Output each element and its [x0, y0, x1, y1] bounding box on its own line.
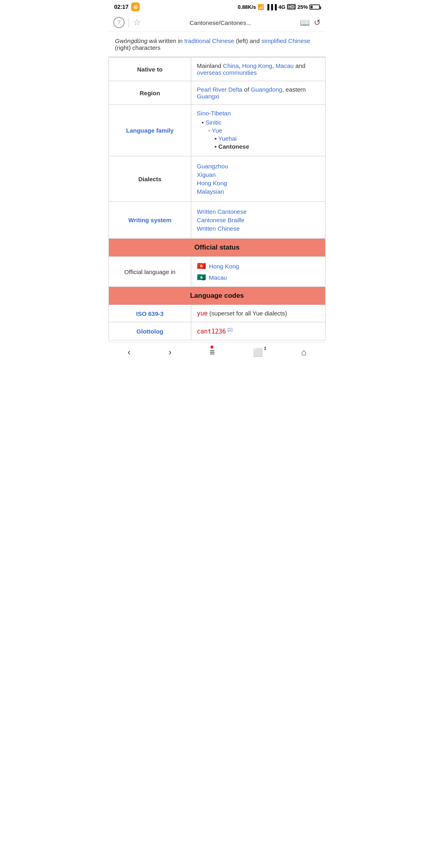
table-row: ISO 639-3 yue (superset for all Yue dial…	[109, 305, 326, 322]
glottolog-label: Glottolog	[109, 322, 191, 340]
list-item: Cantonese	[197, 143, 319, 150]
network-type: 4G	[278, 4, 285, 10]
intro-rest2: (left) and	[236, 37, 261, 44]
time: 02:17	[114, 4, 129, 10]
overseas-communities-link[interactable]: overseas communities	[197, 69, 257, 76]
simplified-chinese-link[interactable]: simplified Chinese	[261, 37, 310, 44]
official-language-in-label: Official language in	[109, 257, 191, 287]
shield-icon[interactable]: ?	[113, 17, 125, 28]
battery-percent: 25%	[297, 4, 308, 10]
sinitic-link[interactable]: Sinitic	[205, 119, 221, 126]
iso-description: (superset for all Yue dialects)	[209, 310, 287, 317]
table-row: Dialects Guangzhou Xiguan Hong Kong Mala…	[109, 156, 326, 202]
divider	[129, 18, 129, 27]
intro-rest1: written in	[158, 37, 184, 44]
language-family-list: Sinitic Yue Yuehai Cantonese	[197, 119, 319, 150]
cantonese-braille-link[interactable]: Cantonese Braille	[197, 217, 319, 223]
dialects-list: Guangzhou Xiguan Hong Kong Malaysian	[197, 161, 319, 197]
table-row: Native to Mainland China, Hong Kong, Mac…	[109, 57, 326, 81]
native-to-value: Mainland China, Hong Kong, Macau and ove…	[191, 57, 325, 81]
hong-kong-link[interactable]: Hong Kong	[242, 62, 272, 69]
official-status-label: Official status	[109, 239, 326, 257]
info-table: Native to Mainland China, Hong Kong, Mac…	[108, 57, 326, 340]
forward-button[interactable]: ›	[169, 347, 172, 358]
glottolog-value: cant1236 [1]	[191, 322, 325, 340]
hong-kong-official-link[interactable]: Hong Kong	[209, 263, 239, 270]
status-left: 02:17 ◎	[114, 2, 140, 11]
writing-system-value: Written Cantonese Cantonese Braille Writ…	[191, 202, 325, 239]
page-content: Gwóngdūng wá written in traditional Chin…	[108, 32, 326, 340]
intro-italic: Gwóngdūng wá	[115, 37, 157, 44]
list-item: 🇲🇴 Macau	[197, 273, 319, 282]
written-cantonese-link[interactable]: Written Cantonese	[197, 208, 319, 215]
intro-text: Gwóngdūng wá written in traditional Chin…	[108, 32, 326, 57]
malaysian-dialect-link[interactable]: Malaysian	[197, 188, 319, 195]
china-link[interactable]: China	[223, 62, 239, 69]
region-value: Pearl River Delta of Guangdong, eastern …	[191, 81, 325, 105]
list-item: Yuehai	[197, 135, 319, 142]
official-lang-list: 🇭🇰 Hong Kong 🇲🇴 Macau	[197, 262, 319, 282]
yue-link[interactable]: Yue	[212, 127, 222, 134]
list-item: Sinitic	[197, 119, 319, 126]
table-row: Official language in 🇭🇰 Hong Kong 🇲🇴 Mac…	[109, 257, 326, 287]
written-chinese-link[interactable]: Written Chinese	[197, 225, 319, 232]
cantonese-label: Cantonese	[218, 143, 249, 150]
glottolog-ref[interactable]: [1]	[227, 327, 232, 332]
browser-bar: ? ☆ Cantonese/Cantones... 📖 ↺	[108, 14, 326, 32]
status-right: 0.88K/s 📶 ▐▐▐ 4G HD 25%	[238, 4, 320, 10]
language-codes-label: Language codes	[109, 287, 326, 305]
writing-system-label: Writing system	[109, 202, 191, 239]
native-to-label: Native to	[109, 57, 191, 81]
network-speed: 0.88K/s	[238, 4, 256, 10]
tabs-icon: ⬜	[253, 348, 263, 357]
iso-639-3-label: ISO 639-3	[109, 305, 191, 322]
list-item: 🇭🇰 Hong Kong	[197, 262, 319, 270]
pearl-river-delta-link[interactable]: Pearl River Delta	[197, 86, 242, 93]
iso-639-3-value: yue (superset for all Yue dialects)	[191, 305, 325, 322]
language-family-label: Language family	[109, 105, 191, 156]
yuehai-link[interactable]: Yuehai	[218, 135, 237, 142]
guangdong-link[interactable]: Guangdong	[251, 86, 282, 93]
official-language-in-value: 🇭🇰 Hong Kong 🇲🇴 Macau	[191, 257, 325, 287]
intro-rest3: (right) characters	[115, 44, 160, 51]
battery-icon	[309, 4, 320, 10]
guangzhou-dialect-link[interactable]: Guangzhou	[197, 163, 319, 170]
language-codes-section-header: Language codes	[109, 287, 326, 305]
traditional-chinese-link[interactable]: traditional Chinese	[184, 37, 234, 44]
iso-code[interactable]: yue	[197, 310, 208, 317]
home-button[interactable]: ⌂	[301, 347, 306, 358]
region-label: Region	[109, 81, 191, 105]
official-status-section-header: Official status	[109, 239, 326, 257]
language-family-value: Sino-Tibetan Sinitic Yue Yuehai	[191, 105, 325, 156]
hd-badge: HD	[287, 4, 296, 10]
table-row: Writing system Written Cantonese Cantone…	[109, 202, 326, 239]
hong-kong-flag: 🇭🇰	[197, 262, 206, 270]
reload-icon[interactable]: ↺	[314, 18, 321, 27]
table-row: Language family Sino-Tibetan Sinitic Yue…	[109, 105, 326, 156]
menu-button[interactable]: ≡	[210, 347, 215, 358]
table-row: Glottolog cant1236 [1]	[109, 322, 326, 340]
signal-icon: ▐▐▐	[266, 4, 277, 10]
macau-link[interactable]: Macau	[276, 62, 294, 69]
hong-kong-dialect-link[interactable]: Hong Kong	[197, 180, 319, 186]
url-bar[interactable]: Cantonese/Cantones...	[145, 19, 296, 26]
bottom-nav: ‹ › ≡ ⬜ 3 ⌂	[108, 342, 326, 362]
list-item: Yue	[197, 127, 319, 134]
tab-count: 3	[264, 346, 266, 351]
glottolog-code[interactable]: cant1236	[197, 328, 226, 335]
guangxi-link[interactable]: Guangxi	[197, 93, 219, 100]
status-bar: 02:17 ◎ 0.88K/s 📶 ▐▐▐ 4G HD 25%	[108, 0, 326, 14]
sino-tibetan-link[interactable]: Sino-Tibetan	[197, 110, 231, 117]
wifi-icon: 📶	[258, 4, 264, 10]
back-button[interactable]: ‹	[127, 347, 130, 358]
menu-notification-dot	[211, 346, 213, 348]
macau-flag: 🇲🇴	[197, 273, 206, 282]
writing-system-list: Written Cantonese Cantonese Braille Writ…	[197, 207, 319, 233]
dialects-label: Dialects	[109, 156, 191, 202]
tabs-button[interactable]: ⬜ 3	[253, 348, 263, 357]
bookmark-icon[interactable]: ☆	[133, 17, 141, 28]
dialects-value: Guangzhou Xiguan Hong Kong Malaysian	[191, 156, 325, 202]
reader-mode-icon[interactable]: 📖	[300, 18, 310, 27]
macau-official-link[interactable]: Macau	[209, 274, 227, 281]
xiguan-dialect-link[interactable]: Xiguan	[197, 171, 319, 178]
